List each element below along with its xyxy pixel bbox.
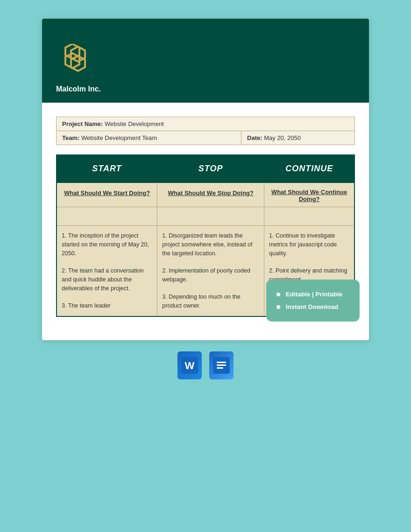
team-label: Team: bbox=[62, 134, 79, 141]
continue-subheader: What Should We Continue Doing? bbox=[269, 189, 349, 203]
svg-rect-7 bbox=[217, 362, 226, 363]
team-date-row: Team: Website Development Team Date: May… bbox=[57, 131, 355, 145]
project-label: Project Name: bbox=[62, 120, 103, 127]
dot-icon bbox=[276, 293, 280, 296]
continue-header: CONTINUE bbox=[264, 155, 354, 182]
team-value: Website Development Team bbox=[81, 134, 157, 141]
svg-text:W: W bbox=[185, 360, 195, 371]
stop-header: STOP bbox=[157, 155, 264, 182]
logo-area: Malcolm Inc. bbox=[56, 44, 355, 93]
start-header: START bbox=[57, 155, 157, 182]
spacer-start bbox=[57, 207, 157, 226]
project-cell: Project Name: Website Development bbox=[57, 117, 355, 131]
date-cell: Date: May 20, 2050 bbox=[241, 131, 355, 145]
continue-subheader-cell: What Should We Continue Doing? bbox=[264, 182, 354, 207]
sub-header-row: What Should We Start Doing? What Should … bbox=[57, 182, 354, 207]
project-row: Project Name: Website Development bbox=[57, 117, 355, 131]
start-subheader: What Should We Start Doing? bbox=[64, 189, 150, 196]
start-content: 1. The inception of the project started … bbox=[57, 226, 157, 316]
svg-rect-9 bbox=[217, 367, 223, 369]
header-row: START STOP CONTINUE bbox=[57, 155, 354, 182]
company-logo bbox=[56, 44, 93, 81]
spacer-continue bbox=[264, 207, 354, 226]
project-value: Website Development bbox=[105, 120, 164, 127]
spacer-stop bbox=[157, 207, 264, 226]
badge-line1: Editable | Printable bbox=[276, 288, 349, 301]
svg-rect-8 bbox=[217, 364, 226, 366]
word-icon[interactable]: W bbox=[177, 351, 202, 379]
svg-marker-3 bbox=[71, 56, 85, 71]
team-cell: Team: Website Development Team bbox=[57, 131, 241, 145]
document-header: Malcolm Inc. bbox=[42, 19, 369, 103]
company-name: Malcolm Inc. bbox=[56, 85, 101, 93]
spacer-row bbox=[57, 207, 354, 226]
ssc-container: START STOP CONTINUE What Should We Start… bbox=[56, 154, 355, 317]
stop-subheader: What Should We Stop Doing? bbox=[168, 189, 254, 196]
dot-icon-2 bbox=[276, 305, 280, 309]
feature-badge: Editable | Printable Instant Download bbox=[266, 280, 360, 322]
stop-content: 1. Disorganized team leads the project s… bbox=[157, 226, 264, 316]
info-table: Project Name: Website Development Team: … bbox=[56, 117, 355, 145]
bottom-icons: W bbox=[177, 351, 234, 379]
date-value: May 20, 2050 bbox=[264, 134, 301, 141]
stop-subheader-cell: What Should We Stop Doing? bbox=[157, 182, 264, 207]
document-content: Project Name: Website Development Team: … bbox=[42, 103, 369, 340]
badge-line2: Instant Download bbox=[276, 301, 349, 313]
date-label: Date: bbox=[247, 134, 262, 141]
docs-icon[interactable] bbox=[209, 351, 234, 379]
start-subheader-cell: What Should We Start Doing? bbox=[57, 182, 157, 207]
